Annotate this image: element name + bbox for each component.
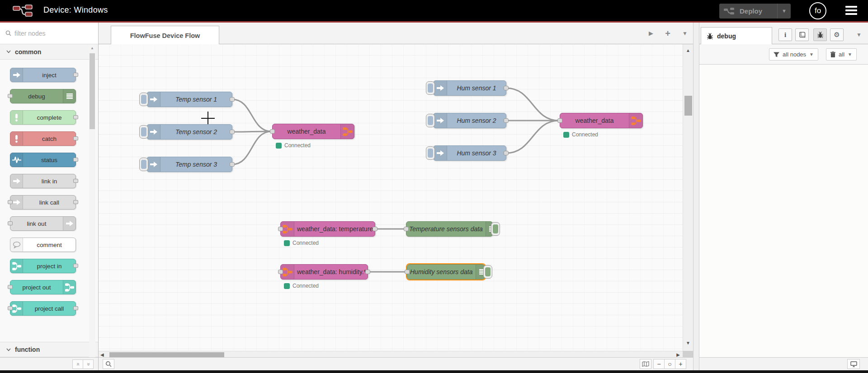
palette-node-project-in[interactable]: project in — [10, 259, 76, 273]
flow-node-humidity-sensors-data[interactable]: Humidity sensors data — [407, 264, 485, 280]
palette-node-comment[interactable]: comment — [10, 238, 76, 252]
input-port[interactable] — [278, 270, 283, 274]
palette-category-common[interactable]: common — [0, 44, 98, 60]
flow-node-hum-sensor-1[interactable]: Hum sensor 1 — [433, 80, 506, 96]
deploy-options-chevron-icon[interactable]: ▼ — [777, 4, 791, 19]
run-flow-button[interactable]: ▶ — [649, 23, 653, 44]
flow-list-chevron-icon[interactable]: ▼ — [682, 23, 688, 44]
help-tab-button[interactable] — [795, 28, 809, 41]
info-tab-button[interactable]: i — [778, 28, 792, 41]
scroll-up-icon[interactable]: ▲ — [89, 46, 95, 50]
palette-category-function[interactable]: function — [0, 342, 98, 357]
deploy-icon — [723, 7, 735, 15]
zoom-reset-button[interactable]: ○ — [664, 359, 675, 369]
flow-node-hum-sensor-2[interactable]: Hum sensor 2 — [433, 113, 506, 128]
vscroll-thumb[interactable] — [684, 96, 692, 116]
user-avatar[interactable]: fo — [809, 2, 826, 19]
output-port[interactable] — [230, 97, 235, 102]
debug-filter-button[interactable]: all nodes ▼ — [769, 48, 818, 61]
node-label: link call — [23, 199, 75, 206]
excl-icon — [10, 132, 23, 145]
hscroll-thumb[interactable] — [109, 352, 224, 357]
wire[interactable] — [232, 131, 271, 164]
flow-node-hum-sensor-3[interactable]: Hum sensor 3 — [433, 145, 506, 161]
debug-tab-button[interactable] — [813, 28, 827, 41]
zoom-out-button[interactable]: − — [653, 359, 665, 369]
add-flow-button[interactable]: + — [665, 23, 670, 44]
inject-button[interactable] — [426, 114, 435, 127]
port-stub — [73, 306, 78, 310]
tab-debug[interactable]: debug — [701, 27, 772, 45]
flow-node-temp-sensor-2[interactable]: Temp sensor 2 — [146, 124, 232, 140]
arrow-icon — [434, 146, 447, 160]
input-port[interactable] — [405, 270, 410, 274]
output-port[interactable] — [504, 151, 509, 155]
node-status: Connected — [276, 142, 311, 149]
canvas-search-button[interactable] — [103, 359, 114, 369]
palette-node-project-out[interactable]: project out — [10, 280, 76, 294]
port-stub — [8, 94, 13, 98]
palette-node-status[interactable]: status — [10, 153, 76, 167]
inject-button[interactable] — [426, 81, 435, 95]
canvas-vertical-scrollbar[interactable]: ▲ ▼ — [683, 44, 693, 351]
palette-node-inject[interactable]: inject — [10, 68, 76, 82]
output-port[interactable] — [365, 270, 370, 274]
wire[interactable] — [506, 121, 559, 153]
palette-node-debug[interactable]: debug — [10, 89, 76, 103]
output-port[interactable] — [230, 130, 235, 134]
flow-node-weather-data[interactable]: weather_data — [560, 113, 643, 128]
inject-button[interactable] — [139, 125, 148, 139]
palette-scrollbar[interactable]: ▲ — [89, 44, 95, 357]
palette-node-catch[interactable]: catch — [10, 131, 76, 146]
config-tab-button[interactable]: ⚙ — [830, 28, 844, 41]
deploy-button[interactable]: Deploy ▼ — [719, 4, 791, 19]
palette-filter-input[interactable] — [14, 30, 82, 37]
inject-button[interactable] — [139, 158, 148, 171]
flow-node-weather-data-humidity-[interactable]: weather_data: humidity.* — [280, 264, 368, 280]
input-port[interactable] — [404, 227, 409, 231]
debug-clear-button[interactable]: all ▼ — [826, 48, 857, 61]
input-port[interactable] — [270, 129, 275, 134]
flow-node-temperature-sensors-data[interactable]: Temperature sensors data — [406, 221, 493, 237]
inject-button[interactable] — [139, 93, 148, 106]
output-port[interactable] — [230, 162, 235, 167]
wire[interactable] — [232, 99, 271, 131]
palette-node-link-call[interactable]: link call — [10, 195, 76, 210]
scroll-down-icon[interactable]: ▼ — [683, 340, 693, 345]
palette-node-project-call[interactable]: project call — [10, 301, 76, 316]
screen-edge — [0, 370, 868, 373]
open-console-button[interactable] — [847, 359, 860, 369]
palette-scrollbar-thumb[interactable] — [90, 53, 95, 129]
node-status: Connected — [563, 131, 598, 138]
canvas-horizontal-scrollbar[interactable]: ◀ ▶ — [99, 351, 683, 358]
port-stub — [73, 136, 78, 140]
input-port[interactable] — [557, 118, 562, 123]
debug-toggle-button[interactable] — [491, 222, 500, 236]
flow-node-temp-sensor-3[interactable]: Temp sensor 3 — [146, 157, 232, 172]
zoom-in-button[interactable]: + — [675, 359, 686, 369]
palette-node-link-out[interactable]: link out — [10, 216, 76, 231]
output-port[interactable] — [504, 86, 509, 90]
flow-canvas[interactable]: Temp sensor 1Temp sensor 2Temp sensor 3C… — [99, 44, 683, 351]
input-port[interactable] — [278, 227, 283, 231]
node-label: project out — [10, 284, 63, 291]
inject-button[interactable] — [426, 146, 435, 160]
tab-flowfuse-device-flow[interactable]: FlowFuse Device Flow — [111, 26, 219, 45]
flow-node-weather-data-temperature-[interactable]: weather_data: temperature.* — [280, 221, 375, 237]
sidebar-tabs-chevron-icon[interactable]: ▼ — [856, 32, 862, 38]
sidebar-splitter[interactable] — [693, 23, 699, 370]
debug-toggle-button[interactable] — [483, 265, 492, 279]
output-port[interactable] — [504, 118, 509, 123]
palette-node-link-in[interactable]: link in — [10, 174, 76, 188]
navigator-map-button[interactable] — [640, 359, 651, 369]
expand-categories-button[interactable]: » — [83, 359, 94, 369]
wire[interactable] — [506, 88, 559, 121]
flow-node-weather-data[interactable]: weather_data — [272, 124, 354, 139]
collapse-categories-button[interactable]: « — [72, 359, 83, 369]
main-menu-button[interactable] — [845, 6, 857, 17]
flow-node-temp-sensor-1[interactable]: Temp sensor 1 — [146, 92, 232, 107]
node-label: Temp sensor 3 — [160, 161, 232, 168]
output-port[interactable] — [373, 227, 377, 231]
palette-node-complete[interactable]: complete — [10, 110, 76, 125]
scroll-up-icon[interactable]: ▲ — [683, 48, 693, 53]
